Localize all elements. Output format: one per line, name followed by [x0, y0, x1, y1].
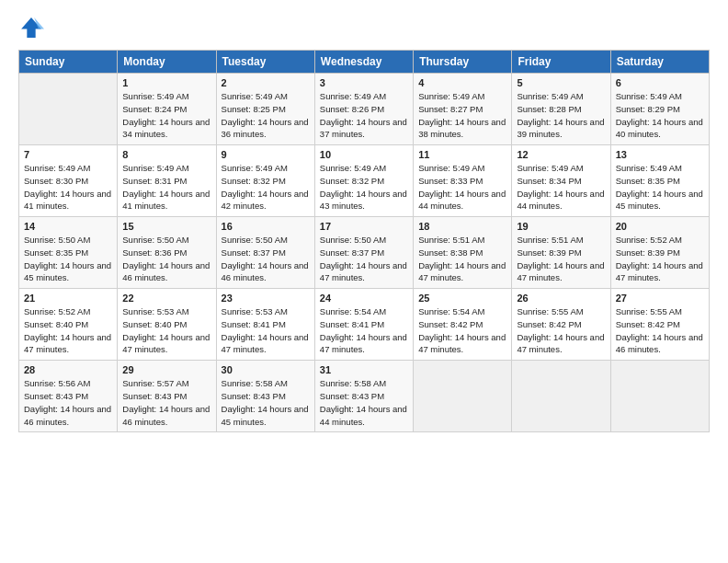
logo — [18, 15, 48, 40]
cell-info: Sunrise: 5:49 AM Sunset: 8:24 PM Dayligh… — [122, 90, 210, 141]
cell-info: Sunrise: 5:49 AM Sunset: 8:27 PM Dayligh… — [418, 90, 506, 141]
calendar-cell: 20 Sunrise: 5:52 AM Sunset: 8:39 PM Dayl… — [610, 217, 709, 289]
sunrise-text: Sunrise: 5:52 AM — [616, 235, 682, 245]
cell-info: Sunrise: 5:57 AM Sunset: 8:43 PM Dayligh… — [122, 377, 210, 428]
weekday-header-monday: Monday — [118, 51, 216, 74]
daylight-text: Daylight: 14 hours and 45 minutes. — [24, 260, 111, 283]
cell-info: Sunrise: 5:54 AM Sunset: 8:42 PM Dayligh… — [418, 305, 506, 356]
day-number: 28 — [24, 364, 112, 375]
calendar-cell: 28 Sunrise: 5:56 AM Sunset: 8:43 PM Dayl… — [19, 361, 118, 432]
daylight-text: Daylight: 14 hours and 42 minutes. — [222, 189, 309, 212]
calendar-cell: 12 Sunrise: 5:49 AM Sunset: 8:34 PM Dayl… — [512, 145, 610, 217]
daylight-text: Daylight: 14 hours and 39 minutes. — [517, 117, 604, 140]
calendar-cell: 5 Sunrise: 5:49 AM Sunset: 8:28 PM Dayli… — [512, 74, 610, 145]
day-number: 11 — [418, 149, 506, 160]
calendar-body: 1 Sunrise: 5:49 AM Sunset: 8:24 PM Dayli… — [19, 74, 710, 432]
sunset-text: Sunset: 8:33 PM — [418, 176, 483, 186]
sunset-text: Sunset: 8:43 PM — [320, 391, 384, 401]
sunset-text: Sunset: 8:34 PM — [517, 176, 581, 186]
day-number: 15 — [122, 221, 210, 232]
cell-info: Sunrise: 5:50 AM Sunset: 8:37 PM Dayligh… — [222, 234, 310, 284]
daylight-text: Daylight: 14 hours and 45 minutes. — [222, 404, 309, 427]
cell-info: Sunrise: 5:50 AM Sunset: 8:36 PM Dayligh… — [122, 234, 210, 284]
calendar-table: SundayMondayTuesdayWednesdayThursdayFrid… — [18, 50, 710, 432]
day-number: 7 — [24, 149, 112, 160]
cell-info: Sunrise: 5:49 AM Sunset: 8:34 PM Dayligh… — [517, 162, 605, 213]
sunrise-text: Sunrise: 5:53 AM — [222, 306, 288, 316]
sunrise-text: Sunrise: 5:50 AM — [24, 235, 90, 245]
day-number: 14 — [24, 221, 112, 232]
sunset-text: Sunset: 8:40 PM — [122, 319, 187, 329]
calendar-cell: 22 Sunrise: 5:53 AM Sunset: 8:40 PM Dayl… — [118, 289, 216, 361]
cell-info: Sunrise: 5:50 AM Sunset: 8:37 PM Dayligh… — [320, 234, 408, 284]
day-number: 16 — [222, 221, 310, 232]
sunrise-text: Sunrise: 5:49 AM — [418, 91, 484, 101]
cell-info: Sunrise: 5:49 AM Sunset: 8:25 PM Dayligh… — [222, 90, 310, 141]
daylight-text: Daylight: 14 hours and 47 minutes. — [616, 260, 703, 283]
daylight-text: Daylight: 14 hours and 44 minutes. — [418, 189, 506, 212]
sunset-text: Sunset: 8:35 PM — [616, 176, 680, 186]
calendar-cell: 18 Sunrise: 5:51 AM Sunset: 8:38 PM Dayl… — [414, 217, 512, 289]
day-number: 31 — [320, 364, 408, 375]
day-number: 8 — [122, 149, 210, 160]
cell-info: Sunrise: 5:55 AM Sunset: 8:42 PM Dayligh… — [616, 305, 704, 356]
calendar-cell: 2 Sunrise: 5:49 AM Sunset: 8:25 PM Dayli… — [216, 74, 314, 145]
daylight-text: Daylight: 14 hours and 41 minutes. — [122, 189, 210, 212]
sunrise-text: Sunrise: 5:50 AM — [122, 235, 188, 245]
day-number: 10 — [320, 149, 408, 160]
sunset-text: Sunset: 8:42 PM — [616, 319, 680, 329]
daylight-text: Daylight: 14 hours and 47 minutes. — [418, 332, 506, 355]
calendar-cell: 14 Sunrise: 5:50 AM Sunset: 8:35 PM Dayl… — [19, 217, 118, 289]
sunrise-text: Sunrise: 5:49 AM — [418, 163, 484, 173]
daylight-text: Daylight: 14 hours and 47 minutes. — [122, 332, 210, 355]
sunrise-text: Sunrise: 5:51 AM — [517, 235, 583, 245]
calendar-cell: 30 Sunrise: 5:58 AM Sunset: 8:43 PM Dayl… — [216, 361, 314, 432]
daylight-text: Daylight: 14 hours and 46 minutes. — [24, 404, 111, 427]
sunset-text: Sunset: 8:41 PM — [222, 319, 286, 329]
cell-info: Sunrise: 5:50 AM Sunset: 8:35 PM Dayligh… — [24, 234, 112, 284]
calendar-cell: 10 Sunrise: 5:49 AM Sunset: 8:32 PM Dayl… — [314, 145, 413, 217]
cell-info: Sunrise: 5:49 AM Sunset: 8:30 PM Dayligh… — [24, 162, 112, 213]
cell-info: Sunrise: 5:49 AM Sunset: 8:32 PM Dayligh… — [320, 162, 408, 213]
calendar-cell — [414, 361, 512, 432]
calendar-cell: 9 Sunrise: 5:49 AM Sunset: 8:32 PM Dayli… — [216, 145, 314, 217]
calendar-cell: 6 Sunrise: 5:49 AM Sunset: 8:29 PM Dayli… — [610, 74, 709, 145]
day-number: 27 — [616, 293, 704, 304]
cell-info: Sunrise: 5:54 AM Sunset: 8:41 PM Dayligh… — [320, 305, 408, 356]
calendar-cell: 31 Sunrise: 5:58 AM Sunset: 8:43 PM Dayl… — [314, 361, 413, 432]
day-number: 12 — [517, 149, 605, 160]
weekday-header-sunday: Sunday — [19, 51, 118, 74]
sunset-text: Sunset: 8:39 PM — [616, 247, 680, 258]
daylight-text: Daylight: 14 hours and 46 minutes. — [616, 332, 703, 355]
calendar-cell — [610, 361, 709, 432]
day-number: 13 — [616, 149, 704, 160]
daylight-text: Daylight: 14 hours and 47 minutes. — [517, 260, 604, 283]
day-number: 6 — [616, 77, 704, 88]
sunrise-text: Sunrise: 5:51 AM — [418, 235, 484, 245]
cell-info: Sunrise: 5:49 AM Sunset: 8:32 PM Dayligh… — [222, 162, 310, 213]
header — [18, 15, 710, 40]
calendar-cell: 16 Sunrise: 5:50 AM Sunset: 8:37 PM Dayl… — [216, 217, 314, 289]
sunrise-text: Sunrise: 5:49 AM — [122, 163, 188, 173]
sunset-text: Sunset: 8:26 PM — [320, 104, 384, 114]
daylight-text: Daylight: 14 hours and 47 minutes. — [222, 332, 309, 355]
daylight-text: Daylight: 14 hours and 40 minutes. — [616, 117, 703, 140]
sunrise-text: Sunrise: 5:54 AM — [320, 306, 386, 316]
sunrise-text: Sunrise: 5:49 AM — [517, 163, 583, 173]
day-number: 29 — [122, 364, 210, 375]
sunrise-text: Sunrise: 5:58 AM — [320, 378, 386, 388]
cell-info: Sunrise: 5:51 AM Sunset: 8:39 PM Dayligh… — [517, 234, 605, 284]
sunrise-text: Sunrise: 5:53 AM — [122, 306, 188, 316]
week-row-3: 14 Sunrise: 5:50 AM Sunset: 8:35 PM Dayl… — [19, 217, 710, 289]
day-number: 3 — [320, 77, 408, 88]
day-number: 24 — [320, 293, 408, 304]
calendar-cell — [512, 361, 610, 432]
sunset-text: Sunset: 8:43 PM — [222, 391, 286, 401]
daylight-text: Daylight: 14 hours and 47 minutes. — [320, 260, 407, 283]
calendar-cell: 27 Sunrise: 5:55 AM Sunset: 8:42 PM Dayl… — [610, 289, 709, 361]
sunrise-text: Sunrise: 5:56 AM — [24, 378, 90, 388]
week-row-5: 28 Sunrise: 5:56 AM Sunset: 8:43 PM Dayl… — [19, 361, 710, 432]
day-number: 21 — [24, 293, 112, 304]
sunset-text: Sunset: 8:28 PM — [517, 104, 581, 114]
day-number: 26 — [517, 293, 605, 304]
